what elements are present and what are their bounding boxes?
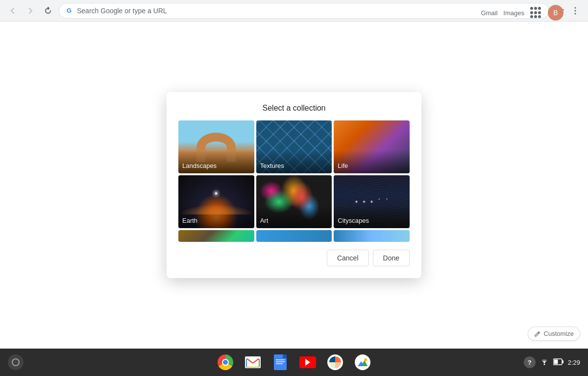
svg-rect-5 (259, 359, 260, 368)
taskbar-left (8, 354, 24, 370)
google-apps-icon[interactable] (530, 7, 542, 19)
collection-grid: Landscapes Textures Life (178, 120, 410, 242)
textures-label: Textures (256, 150, 332, 173)
collection-item-cityscapes[interactable]: Cityscapes (334, 175, 410, 228)
modal-overlay: Select a collection Landscapes Textures (0, 22, 588, 349)
taskbar-files[interactable] (353, 352, 372, 372)
taskbar-center (216, 352, 372, 372)
top-links: Gmail Images B (481, 5, 564, 21)
launcher-button[interactable] (8, 354, 24, 370)
collection-item-earth[interactable]: Earth (178, 175, 254, 228)
taskbar-docs[interactable] (270, 352, 290, 372)
landscapes-label: Landscapes (178, 150, 254, 173)
svg-rect-4 (246, 359, 247, 368)
gmail-m-icon (246, 357, 260, 368)
wifi-icon (539, 357, 549, 367)
apps-dot (538, 15, 541, 18)
collection-item-partial-2[interactable] (256, 230, 332, 242)
dialog-title: Select a collection (178, 104, 410, 113)
youtube-icon (299, 356, 316, 368)
address-text: Search Google or type a URL (77, 7, 167, 15)
earth-label: Earth (178, 205, 254, 228)
gmail-link[interactable]: Gmail (481, 9, 497, 17)
chrome-menu-button[interactable] (568, 4, 582, 18)
chrome-inner (222, 359, 229, 366)
docs-corner (283, 354, 287, 358)
docs-line (276, 359, 285, 360)
done-button[interactable]: Done (373, 250, 410, 266)
svg-rect-6 (246, 367, 260, 368)
collection-dialog: Select a collection Landscapes Textures (167, 92, 421, 278)
reload-button[interactable] (41, 4, 55, 18)
customize-label: Customize (544, 330, 574, 337)
taskbar-puffin[interactable] (325, 352, 345, 372)
wifi-signal-icon (539, 357, 549, 365)
files-icon (355, 354, 370, 370)
browser-chrome: G Search Google or type a URL Gmail Imag… (0, 0, 588, 22)
help-button[interactable]: ? (524, 356, 536, 368)
gmail-icon (245, 356, 261, 368)
launcher-circle-icon (12, 358, 20, 366)
google-logo: G (65, 7, 73, 15)
svg-rect-11 (562, 360, 564, 363)
life-label: Life (334, 150, 410, 173)
cityscapes-label: Cityscapes (334, 205, 410, 228)
taskbar-chrome[interactable] (216, 352, 235, 372)
svg-point-2 (575, 13, 576, 14)
forward-button[interactable] (24, 4, 37, 18)
battery-icon (553, 358, 564, 367)
taskbar-right: ? 2:29 (524, 356, 580, 368)
apps-dot (530, 11, 533, 14)
taskbar-gmail[interactable] (243, 352, 263, 372)
user-avatar[interactable]: B (548, 5, 564, 21)
svg-point-0 (575, 7, 576, 8)
apps-dot (538, 7, 541, 10)
battery-level-icon (553, 358, 564, 365)
apps-dot (534, 7, 537, 10)
address-bar[interactable]: G Search Google or type a URL (59, 3, 549, 19)
main-content: Select a collection Landscapes Textures (0, 22, 588, 349)
back-button[interactable] (6, 4, 20, 18)
pencil-icon (534, 330, 541, 337)
taskbar: ? 2:29 (0, 349, 588, 376)
images-link[interactable]: Images (503, 9, 524, 17)
collection-item-partial-3[interactable] (334, 230, 410, 242)
collection-item-landscapes[interactable]: Landscapes (178, 120, 254, 173)
cancel-button[interactable]: Cancel (327, 250, 369, 266)
chrome-icon (218, 354, 233, 370)
apps-dot (530, 15, 533, 18)
svg-point-7 (356, 355, 369, 369)
svg-point-1 (575, 10, 576, 11)
collection-item-textures[interactable]: Textures (256, 120, 332, 173)
apps-dot (534, 15, 537, 18)
svg-rect-12 (554, 359, 558, 364)
puffin-inner (329, 356, 341, 368)
dialog-actions: Cancel Done (178, 250, 410, 266)
clock-display: 2:29 (568, 359, 580, 366)
mountain-icon (356, 355, 369, 369)
collection-item-art[interactable]: Art (256, 175, 332, 228)
art-label: Art (256, 205, 332, 228)
docs-icon (274, 354, 287, 370)
apps-dot (534, 11, 537, 14)
collection-item-partial-1[interactable] (178, 230, 254, 242)
apps-dot (538, 11, 541, 14)
collection-item-life[interactable]: Life (334, 120, 410, 173)
earth-star (215, 192, 217, 194)
taskbar-youtube[interactable] (298, 352, 318, 372)
svg-point-9 (543, 364, 545, 365)
apps-dot (530, 7, 533, 10)
customize-button[interactable]: Customize (528, 327, 580, 341)
puffin-icon (327, 354, 343, 370)
docs-line (276, 361, 285, 362)
svg-point-8 (364, 358, 367, 361)
youtube-play-icon (305, 359, 310, 366)
docs-line (276, 363, 283, 364)
